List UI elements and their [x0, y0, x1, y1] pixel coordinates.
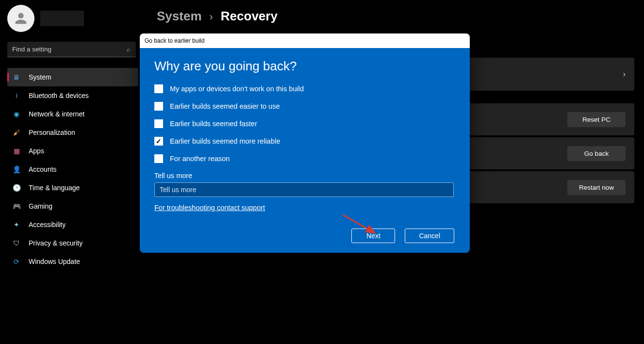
nav-label: Accessibility	[29, 221, 66, 229]
cancel-button[interactable]: Cancel	[405, 229, 454, 243]
avatar[interactable]	[7, 5, 34, 32]
accounts-icon: 👤	[12, 165, 21, 174]
nav-personalization[interactable]: 🖌 Personalization	[7, 123, 138, 142]
dialog-heading: Why are you going back?	[154, 59, 455, 74]
search-box[interactable]: ⌕	[7, 42, 136, 57]
nav-gaming[interactable]: 🎮 Gaming	[7, 197, 138, 215]
shield-icon: 🛡	[12, 239, 21, 247]
page-title: Recovery	[221, 9, 278, 24]
breadcrumb-parent[interactable]: System	[157, 9, 202, 24]
reason-apps-devices[interactable]: My apps or devices don't work on this bu…	[154, 84, 455, 93]
nav-time[interactable]: 🕑 Time & language	[7, 179, 138, 197]
nav-accessibility[interactable]: ✦ Accessibility	[7, 215, 138, 234]
chevron-right-icon: ›	[623, 70, 626, 79]
reason-easier[interactable]: Earlier builds seemed easier to use	[154, 102, 455, 111]
apps-icon: ▦	[12, 147, 21, 155]
chevron-right-icon: ›	[210, 11, 213, 23]
nav-accounts[interactable]: 👤 Accounts	[7, 160, 138, 179]
search-input[interactable]	[7, 46, 127, 53]
restart-now-button[interactable]: Restart now	[567, 180, 626, 195]
wifi-icon: ◉	[12, 110, 21, 118]
gamepad-icon: 🎮	[12, 202, 21, 211]
dialog-titlebar: Go back to earlier build	[140, 33, 470, 48]
nav-label: Time & language	[29, 184, 80, 192]
bluetooth-icon: ᚼ	[12, 91, 21, 100]
checkbox-icon[interactable]	[154, 119, 163, 128]
display-icon: 🖥	[12, 73, 21, 82]
tell-more-label: Tell us more	[154, 172, 455, 180]
profile-name[interactable]	[40, 11, 84, 26]
reason-faster[interactable]: Earlier builds seemed faster	[154, 119, 455, 128]
brush-icon: 🖌	[12, 128, 21, 137]
nav-label: Gaming	[29, 202, 52, 210]
support-link[interactable]: For troubleshooting contact support	[154, 204, 265, 212]
nav-bluetooth[interactable]: ᚼ Bluetooth & devices	[7, 86, 138, 105]
go-back-button[interactable]: Go back	[567, 146, 626, 161]
reset-pc-button[interactable]: Reset PC	[567, 112, 626, 127]
reason-label: For another reason	[170, 155, 230, 163]
nav-label: Personalization	[29, 129, 75, 136]
reason-reliable[interactable]: Earlier builds seemed more reliable	[154, 137, 455, 146]
update-icon: ⟳	[12, 257, 21, 266]
nav-label: Accounts	[29, 165, 57, 173]
nav-label: System	[29, 73, 51, 81]
reason-label: Earlier builds seemed faster	[170, 120, 257, 128]
search-icon: ⌕	[127, 46, 136, 53]
person-icon	[13, 10, 29, 27]
checkbox-checked-icon[interactable]	[154, 137, 163, 146]
breadcrumb: System › Recovery	[157, 9, 634, 24]
nav-label: Privacy & security	[29, 239, 83, 247]
checkbox-icon[interactable]	[154, 102, 163, 111]
next-button[interactable]: Next	[351, 229, 395, 243]
nav-privacy[interactable]: 🛡 Privacy & security	[7, 234, 138, 252]
reason-label: My apps or devices don't work on this bu…	[170, 85, 304, 93]
checkbox-icon[interactable]	[154, 154, 163, 163]
nav-windows-update[interactable]: ⟳ Windows Update	[7, 252, 138, 271]
profile-block	[7, 5, 143, 32]
nav-label: Bluetooth & devices	[29, 92, 89, 99]
reason-label: Earlier builds seemed more reliable	[170, 137, 280, 145]
nav-network[interactable]: ◉ Network & internet	[7, 105, 138, 123]
reason-another[interactable]: For another reason	[154, 154, 455, 163]
tell-more-input[interactable]	[154, 182, 454, 197]
accessibility-icon: ✦	[12, 220, 21, 229]
nav-label: Apps	[29, 147, 44, 155]
reason-label: Earlier builds seemed easier to use	[170, 102, 280, 110]
nav-label: Windows Update	[29, 258, 80, 265]
nav-apps[interactable]: ▦ Apps	[7, 142, 138, 160]
nav-system[interactable]: 🖥 System	[7, 68, 138, 86]
nav-list: 🖥 System ᚼ Bluetooth & devices ◉ Network…	[7, 68, 143, 271]
go-back-dialog: Go back to earlier build Why are you goi…	[140, 33, 470, 253]
clock-icon: 🕑	[12, 183, 21, 192]
checkbox-icon[interactable]	[154, 84, 163, 93]
sidebar: ⌕ 🖥 System ᚼ Bluetooth & devices ◉ Netwo…	[0, 5, 143, 344]
nav-label: Network & internet	[29, 110, 84, 118]
